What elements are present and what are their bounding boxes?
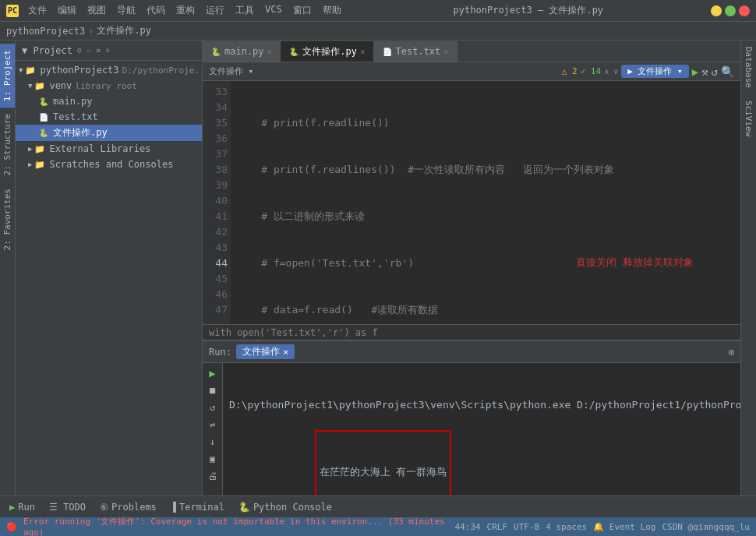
menu-vcs[interactable]: VCS xyxy=(260,2,287,19)
app-icon: PC xyxy=(6,5,19,17)
run-tab-close-icon[interactable]: × xyxy=(283,347,288,358)
panel-options[interactable]: ⚙ – ≡ × xyxy=(77,46,110,55)
run-content: ▶ ■ ↺ ⇌ ↓ ▣ 🖨 D:\pythonProject1\pythonPr… xyxy=(203,363,740,495)
bottom-tab-terminal[interactable]: ▐ Terminal xyxy=(164,500,231,514)
breadcrumb: pythonProject3 › 文件操作.py xyxy=(0,22,756,41)
project-tree: ▼ 📁 pythonProject3 D:/pythonProje... ▼ 📁… xyxy=(16,61,202,495)
tree-item-test[interactable]: 📄 Test.txt xyxy=(16,109,202,125)
menu-edit[interactable]: 编辑 xyxy=(53,2,81,19)
editor-breadcrumb[interactable]: 文件操作 ▾ xyxy=(209,65,253,77)
tab-database[interactable]: Database xyxy=(741,41,756,94)
search-icon[interactable]: 🔍 xyxy=(721,65,734,78)
problems-icon: ⑥ xyxy=(100,502,108,513)
tab-test-txt[interactable]: 📄 Test.txt × xyxy=(374,41,457,62)
minimize-button[interactable] xyxy=(711,5,722,16)
py-icon-fileops: 🐍 xyxy=(37,127,50,139)
line-num: 33 xyxy=(203,84,228,100)
ok-count: ✓ 14 xyxy=(581,66,602,76)
code-content[interactable]: # print(f.readline()) # print(f.readline… xyxy=(231,81,740,324)
tab-main-py[interactable]: 🐍 main.py × xyxy=(203,41,281,62)
toolbar-right: △ 2 ✓ 14 ∧ ∨ ▶ 文件操作 ▾ ▶ ⚒ ↺ 🔍 xyxy=(562,65,734,78)
editor-tabs: 🐍 main.py × 🐍 文件操作.py × 📄 Test.txt × xyxy=(203,41,740,62)
status-error-icon: 🔴 xyxy=(6,522,17,532)
tab-close-main[interactable]: × xyxy=(267,47,273,57)
center-column: 🐍 main.py × 🐍 文件操作.py × 📄 Test.txt × 文件操… xyxy=(203,41,740,495)
status-encoding[interactable]: UTF-8 xyxy=(514,522,539,532)
bottom-tab-problems[interactable]: ⑥ Problems xyxy=(94,500,163,514)
menu-code[interactable]: 代码 xyxy=(142,2,170,19)
menu-navigate[interactable]: 导航 xyxy=(112,2,140,19)
refresh-icon[interactable]: ↺ xyxy=(712,65,718,78)
bottom-tab-run[interactable]: ▶ Run xyxy=(3,500,41,514)
tree-item-file-ops[interactable]: 🐍 文件操作.py xyxy=(16,125,202,141)
menu-run[interactable]: 运行 xyxy=(201,2,229,19)
tree-label-scratches: Scratches and Consoles xyxy=(49,159,173,170)
status-line-ending[interactable]: CRLF xyxy=(487,522,508,532)
tree-item-root[interactable]: ▼ 📁 pythonProject3 D:/pythonProje... xyxy=(16,62,202,78)
status-indent[interactable]: 4 spaces xyxy=(546,522,587,532)
tab-structure[interactable]: 2: Structure xyxy=(0,108,15,182)
run-stop-button[interactable]: ■ xyxy=(206,383,220,397)
run-button[interactable]: ▶ 文件操作 ▾ xyxy=(621,65,689,78)
build-icon[interactable]: ⚒ xyxy=(701,65,708,78)
tree-item-venv[interactable]: ▼ 📁 venv library root xyxy=(16,78,202,93)
chevron-up-icon[interactable]: ∧ ∨ xyxy=(604,67,618,76)
code-line-35: # 以二进制的形式来读 xyxy=(237,209,734,224)
status-error-text[interactable]: Error running '文件操作': Coverage is not im… xyxy=(23,516,448,536)
expand-icon: ▼ xyxy=(19,66,23,74)
tree-item-extlibs[interactable]: ▶ 📁 External Libraries xyxy=(16,141,202,157)
menu-tools[interactable]: 工具 xyxy=(231,2,259,19)
menu-view[interactable]: 视图 xyxy=(83,2,111,19)
bottom-tab-run-label: Run xyxy=(18,502,35,513)
project-panel: ▼ Project ⚙ – ≡ × ▼ 📁 pythonProject3 D:/… xyxy=(16,41,203,495)
bottom-tab-python-console-label: Python Console xyxy=(253,502,332,513)
status-event-log[interactable]: 🔔 Event Log xyxy=(593,522,655,532)
bottom-tab-python-console[interactable]: 🐍 Python Console xyxy=(232,500,338,514)
line-num: 37 xyxy=(203,146,228,162)
txt-tab-icon-test: 📄 xyxy=(382,46,393,57)
tree-label-extlibs: External Libraries xyxy=(49,143,150,154)
close-button[interactable] xyxy=(739,5,750,16)
run-green-icon[interactable]: ▶ xyxy=(692,65,698,78)
line-num: 34 xyxy=(203,100,228,115)
window-title: pythonProject3 – 文件操作.py xyxy=(346,4,711,17)
breadcrumb-file[interactable]: 文件操作.py xyxy=(97,24,151,37)
statusbar-left: 🔴 Error running '文件操作': Coverage is not … xyxy=(6,516,448,536)
tab-label-test: Test.txt xyxy=(396,46,441,57)
status-position[interactable]: 44:34 xyxy=(454,522,480,532)
line-num: 43 xyxy=(203,240,228,256)
run-scroll-button[interactable]: ↓ xyxy=(206,435,220,449)
maximize-button[interactable] xyxy=(725,5,736,16)
menu-help[interactable]: 帮助 xyxy=(318,2,346,19)
menu-refactor[interactable]: 重构 xyxy=(171,2,200,19)
tab-favorites[interactable]: 2: Favorites xyxy=(0,182,15,256)
run-settings-icon[interactable]: ⚙ xyxy=(729,347,734,358)
run-play-button[interactable]: ▶ xyxy=(206,366,220,380)
tree-label-venv-extra: library root xyxy=(75,81,136,91)
run-print-button[interactable]: 🖨 xyxy=(206,469,220,483)
tab-project[interactable]: 1: Project xyxy=(0,44,15,108)
tab-close-fileops[interactable]: × xyxy=(360,47,366,57)
tab-close-test[interactable]: × xyxy=(443,47,449,57)
tree-item-scratches[interactable]: ▶ 📁 Scratches and Consoles xyxy=(16,157,202,172)
bottom-tabs-bar: ▶ Run ☰ TODO ⑥ Problems ▐ Terminal 🐍 Pyt… xyxy=(0,495,756,517)
tab-label-main: main.py xyxy=(224,46,264,57)
editor-toolbar: 文件操作 ▾ △ 2 ✓ 14 ∧ ∨ ▶ 文件操作 ▾ ▶ ⚒ ↺ 🔍 xyxy=(203,62,740,81)
code-editor[interactable]: 33 34 35 36 37 38 39 40 41 42 43 44 45 4… xyxy=(203,81,740,324)
breadcrumb-project[interactable]: pythonProject3 xyxy=(6,26,85,37)
bottom-tab-todo[interactable]: ☰ TODO xyxy=(43,500,92,514)
run-filter-button[interactable]: ▣ xyxy=(206,452,220,466)
menu-window[interactable]: 窗口 xyxy=(288,2,316,19)
run-wrap-button[interactable]: ⇌ xyxy=(206,418,220,432)
line-num: 41 xyxy=(203,209,228,224)
line-num: 40 xyxy=(203,193,228,209)
tab-sciview[interactable]: SciView xyxy=(741,94,756,143)
run-tab-fileops[interactable]: 文件操作 × xyxy=(236,344,295,359)
tree-item-main[interactable]: 🐍 main.py xyxy=(16,93,202,109)
run-rerun-button[interactable]: ↺ xyxy=(206,400,220,414)
menu-file[interactable]: 文件 xyxy=(23,2,51,19)
project-label: ▼ Project xyxy=(22,45,72,56)
titlebar: PC 文件 编辑 视图 导航 代码 重构 运行 工具 VCS 窗口 帮助 pyt… xyxy=(0,0,756,22)
run-panel-header: Run: 文件操作 × ⚙ xyxy=(203,341,740,363)
tab-fileops-py[interactable]: 🐍 文件操作.py × xyxy=(281,41,373,62)
